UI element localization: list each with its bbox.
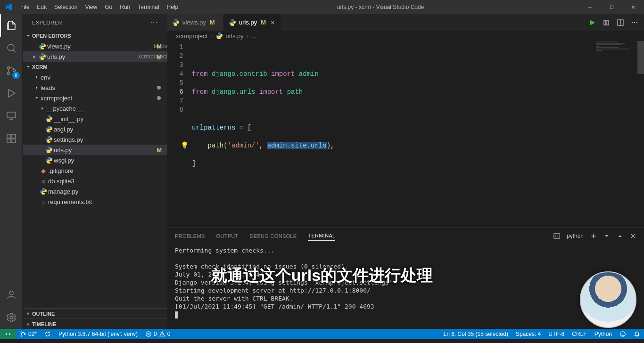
open-editor-views[interactable]: views.py leads M [23,41,167,51]
tab-urls[interactable]: urls.py M × [224,14,281,31]
timeline-header[interactable]: TIMELINE [23,318,167,329]
workspace-header[interactable]: XCRM [23,62,167,72]
folder-pycache[interactable]: __pycache__ [23,103,167,114]
outline-header[interactable]: OUTLINE [23,308,167,318]
folder-label: leads [41,84,167,91]
minimize-button[interactable]: ─ [579,0,601,14]
python-interpreter-status[interactable]: Python 3.8.7 64-bit ('env': venv) [55,329,141,339]
terminal-shell-icon[interactable] [553,233,560,239]
panel-tab-debug[interactable]: DEBUG CONSOLE [250,231,297,241]
menu-view[interactable]: View [81,0,101,14]
file-label: db.sqlite3 [48,178,167,185]
open-editor-urls[interactable]: × urls.py xcrmproject M [23,51,167,62]
split-terminal-chevron-icon[interactable] [603,233,610,239]
breadcrumb-segment[interactable]: urls.py [226,33,244,40]
panel-tab-output[interactable]: OUTPUT [216,231,239,241]
file-manage[interactable]: manage.py [23,186,167,196]
line-gutter: 1 2 3 4 5 6 7 8 [167,41,192,228]
file-asgi[interactable]: asgi.py [23,124,167,134]
explorer-more-icon[interactable]: ··· [150,18,158,27]
menu-terminal[interactable]: Terminal [134,0,163,14]
terminal-cursor [175,311,178,318]
python-file-icon [44,156,54,164]
diff-icon[interactable] [603,19,610,26]
explorer-icon[interactable] [0,14,23,37]
svg-point-2 [8,73,10,75]
split-editor-icon[interactable] [617,19,624,26]
code-editor[interactable]: 1 2 3 4 5 6 7 8 from django.contrib impo… [167,41,644,228]
file-label: asgi.py [54,126,167,133]
menu-go[interactable]: Go [101,0,116,14]
extensions-icon[interactable] [0,127,23,150]
code-selection: admin.site.urls [267,142,327,149]
app-icon [0,3,17,11]
code-token: import [259,88,283,96]
maximize-button[interactable]: ☐ [601,0,622,14]
tab-views[interactable]: views.py M [167,14,224,31]
sync-status[interactable] [41,329,55,339]
problems-status[interactable]: 0 0 [141,329,174,339]
file-wsgi[interactable]: wsgi.py [23,155,167,165]
eol-status[interactable]: CRLF [568,329,590,339]
remote-explorer-icon[interactable] [0,105,23,127]
run-debug-icon[interactable] [0,82,23,105]
panel-tab-terminal[interactable]: TERMINAL [308,231,335,241]
breadcrumb-segment[interactable]: xcrmproject [176,33,207,40]
folder-xcrmproject[interactable]: xcrmproject [23,93,167,103]
close-panel-icon[interactable] [630,233,636,239]
panel-tab-problems[interactable]: PROBLEMS [175,231,205,241]
terminal-content[interactable]: Performing system checks... System check… [167,244,644,329]
indentation-status[interactable]: Spaces: 4 [512,329,545,339]
menu-selection[interactable]: Selection [50,0,81,14]
code-token: from [192,70,208,78]
file-init[interactable]: __init__.py [23,114,167,124]
selection-status[interactable]: Ln 6, Col 35 (15 selected) [440,329,512,339]
git-branch-status[interactable]: 02* [16,329,41,339]
breadcrumb-separator-icon: › [210,33,212,40]
notifications-icon[interactable] [630,329,644,339]
close-window-button[interactable]: ✕ [622,0,644,14]
file-urls[interactable]: urls.py M [23,145,167,155]
more-actions-icon[interactable] [631,19,638,26]
close-editor-icon[interactable]: × [31,53,38,60]
settings-icon[interactable] [0,306,23,329]
titlebar: File Edit Selection View Go Run Terminal… [0,0,644,14]
svg-rect-17 [554,233,560,238]
menu-file[interactable]: File [17,0,33,14]
code-content[interactable]: from django.contrib import admin from dj… [192,41,644,228]
file-gitignore[interactable]: ◆ .gitignore [23,165,167,176]
breadcrumb-segment[interactable]: ... [251,33,256,40]
remote-indicator[interactable] [0,329,16,339]
editor-scrollbar[interactable] [637,41,644,228]
language-status[interactable]: Python [591,329,616,339]
open-editors-header[interactable]: OPEN EDITORS [23,31,167,41]
chevron-down-icon [25,33,32,39]
lightbulb-icon[interactable]: 💡 [181,141,189,150]
menu-run[interactable]: Run [116,0,134,14]
accounts-icon[interactable] [0,284,23,306]
feedback-icon[interactable] [616,329,630,339]
folder-label: xcrmproject [41,95,167,102]
file-db[interactable]: ≡ db.sqlite3 [23,176,167,186]
maximize-panel-icon[interactable] [617,233,623,239]
encoding-status[interactable]: UTF-8 [545,329,568,339]
code-token: ] [192,160,196,167]
folder-env[interactable]: env [23,72,167,82]
svg-rect-8 [7,139,11,143]
run-icon[interactable] [588,19,596,26]
menu-edit[interactable]: Edit [33,0,50,14]
search-icon[interactable] [0,37,23,59]
source-control-icon[interactable]: 8 [0,59,23,82]
tab-modified-badge: M [210,19,215,26]
close-tab-icon[interactable]: × [271,19,274,26]
modified-badge: M [157,53,162,60]
folder-leads[interactable]: leads [23,82,167,93]
menu-help[interactable]: Help [163,0,182,14]
terminal-shell-label[interactable]: python [567,233,584,239]
new-terminal-icon[interactable] [590,233,597,239]
file-requirements[interactable]: ≡ requirements.txt [23,196,167,207]
chevron-down-icon [25,64,32,70]
breadcrumbs[interactable]: xcrmproject › urls.py › ... [167,31,644,41]
file-label: requirements.txt [48,198,167,205]
file-settings[interactable]: settings.py [23,134,167,145]
